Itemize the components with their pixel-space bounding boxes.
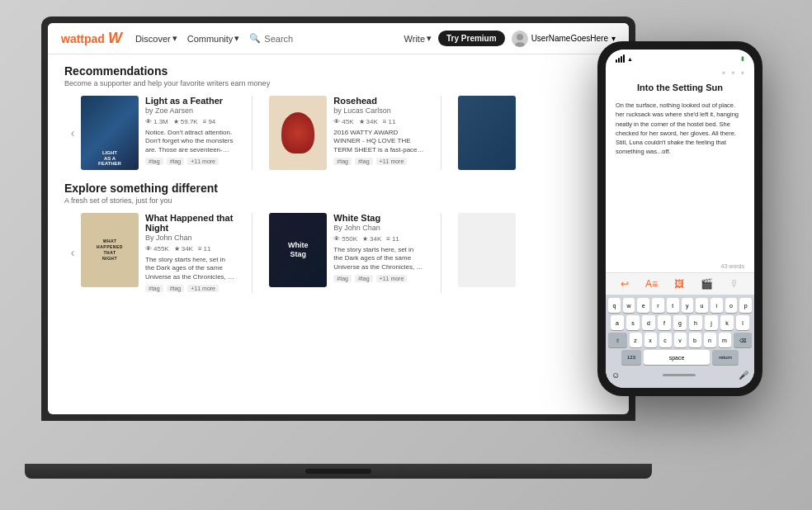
book-card-what-happened: WHATHAPPENEDTHATNIGHT What Happened that… (81, 213, 235, 292)
key-t[interactable]: t (667, 298, 679, 313)
key-u[interactable]: u (696, 298, 708, 313)
tag[interactable]: #tag (333, 158, 352, 165)
book-cover-rosehead[interactable] (269, 96, 327, 170)
book-title[interactable]: What Happened that Night (145, 213, 235, 233)
video-icon[interactable]: 🎬 (701, 278, 713, 290)
word-count: 43 words (606, 263, 754, 272)
explore-subtitle: A fresh set of stories, just for you (64, 196, 612, 205)
book-title[interactable]: Rosehead (333, 96, 423, 106)
book-cover-third[interactable] (458, 96, 516, 170)
book-cover-what-happened[interactable]: WHATHAPPENEDTHATNIGHT (81, 213, 139, 287)
eye-icon: 👁 (145, 245, 152, 253)
community-link[interactable]: Community ▾ (187, 33, 240, 44)
search-area[interactable]: 🔍 Search (249, 33, 293, 44)
key-b[interactable]: b (689, 333, 701, 347)
key-o[interactable]: o (725, 298, 738, 313)
key-shift[interactable]: ⇧ (608, 333, 627, 347)
write-link[interactable]: Write ▾ (404, 33, 432, 44)
book-card-rosehead: Rosehead by Lucas Carlson 👁 45K (269, 96, 423, 170)
tag[interactable]: #tag (355, 275, 373, 282)
star-icon: ★ (174, 245, 180, 253)
premium-button[interactable]: Try Premium (438, 31, 505, 46)
book-card-light-feather: LIGHTas aFEATHER Light as a Feather by Z… (81, 96, 235, 170)
book-author: by Lucas Carlson (333, 106, 423, 115)
tag-more[interactable]: +11 more (187, 285, 219, 292)
key-e[interactable]: e (637, 298, 649, 313)
tag[interactable]: #tag (167, 158, 185, 165)
tag[interactable]: #tag (333, 275, 352, 282)
chevron-down-icon: ▾ (234, 33, 239, 44)
key-d[interactable]: d (642, 315, 655, 330)
book-stats: 👁 550K ★ 34K (333, 235, 423, 243)
key-v[interactable]: v (674, 333, 687, 347)
key-f[interactable]: f (658, 315, 671, 330)
phone-story-content[interactable]: On the surface, nothing looked out of pl… (606, 97, 754, 263)
book-title[interactable]: White Stag (333, 213, 423, 223)
recommendations-section: Recommendations Become a supporter and h… (64, 64, 612, 170)
recommendations-books: LIGHTas aFEATHER Light as a Feather by Z… (81, 96, 612, 170)
tag-more[interactable]: +11 more (187, 158, 219, 165)
undo-icon[interactable]: ↩ (621, 278, 629, 290)
key-m[interactable]: m (719, 333, 731, 347)
avatar (512, 31, 528, 47)
tag-more[interactable]: +11 more (376, 158, 408, 165)
divider (441, 213, 441, 292)
key-y[interactable]: y (682, 298, 694, 313)
book-card-white-stag: WhiteStag White Stag By John Chan 👁 (269, 213, 423, 292)
key-s[interactable]: s (626, 315, 640, 330)
book-card-overflow (458, 213, 612, 292)
key-space[interactable]: space (644, 350, 710, 365)
phone-story-title: Into the Setting Sun (606, 83, 754, 97)
key-j[interactable]: j (705, 315, 718, 330)
book-title[interactable]: Light as a Feather (145, 96, 235, 106)
key-h[interactable]: h (689, 315, 702, 330)
list-icon: ≡ (383, 118, 387, 125)
key-k[interactable]: k (720, 315, 734, 330)
logo-text: wattpad (61, 32, 105, 45)
key-g[interactable]: g (673, 315, 687, 330)
format-icon[interactable]: A≡ (645, 278, 658, 290)
tag[interactable]: #tag (355, 158, 373, 165)
key-p[interactable]: p (739, 298, 752, 313)
key-z[interactable]: z (630, 333, 642, 347)
key-q[interactable]: q (608, 298, 621, 313)
search-icon: 🔍 (249, 33, 261, 44)
book-info-white-stag: White Stag By John Chan 👁 550K (333, 213, 423, 292)
tag[interactable]: #tag (145, 285, 163, 292)
book-author: By John Chan (145, 234, 235, 242)
key-n[interactable]: n (704, 333, 716, 347)
logo-area[interactable]: wattpad W (61, 30, 122, 47)
key-backspace[interactable]: ⌫ (734, 333, 753, 347)
book-tags: #tag #tag +11 more (333, 275, 423, 282)
prev-arrow[interactable]: ‹ (64, 244, 81, 261)
user-menu[interactable]: UserNameGoesHere ▾ (512, 31, 616, 47)
book-cover-white-stag[interactable]: WhiteStag (269, 213, 327, 287)
recommendations-title: Recommendations (64, 64, 612, 78)
tag-more[interactable]: +11 more (376, 275, 408, 282)
laptop-screen: wattpad W Discover ▾ Community ▾ (48, 23, 629, 414)
mic-icon[interactable]: 🎙 (729, 278, 739, 290)
chapters-stat: ≡ 11 (198, 245, 211, 253)
image-icon[interactable]: 🖼 (674, 278, 684, 290)
explore-title: Explore something different (64, 182, 612, 195)
prev-arrow[interactable]: ‹ (64, 125, 81, 141)
key-w[interactable]: w (623, 298, 635, 313)
tag[interactable]: #tag (145, 158, 163, 165)
key-x[interactable]: x (644, 333, 657, 347)
emoji-key[interactable]: ☺ (611, 371, 620, 380)
reads-stat: 👁 45K (333, 118, 353, 125)
tag[interactable]: #tag (167, 285, 185, 292)
key-return[interactable]: return (712, 350, 739, 365)
phone: ▲ ▮ • • • Into the Setting Sun On the su… (597, 41, 762, 396)
key-a[interactable]: a (611, 315, 624, 330)
discover-link[interactable]: Discover ▾ (135, 33, 177, 44)
more-options-icon[interactable]: • • • (722, 68, 746, 79)
key-l[interactable]: l (736, 315, 749, 330)
key-i[interactable]: i (710, 298, 723, 313)
book-cover-light-feather[interactable]: LIGHTas aFEATHER (81, 96, 139, 170)
key-r[interactable]: r (652, 298, 664, 313)
key-c[interactable]: c (659, 333, 672, 347)
key-123[interactable]: 123 (621, 350, 641, 365)
book-description: 2016 WATTY AWARD WINNER - HQ LOVE THE TE… (333, 129, 423, 154)
microphone-icon[interactable]: 🎤 (739, 371, 748, 380)
